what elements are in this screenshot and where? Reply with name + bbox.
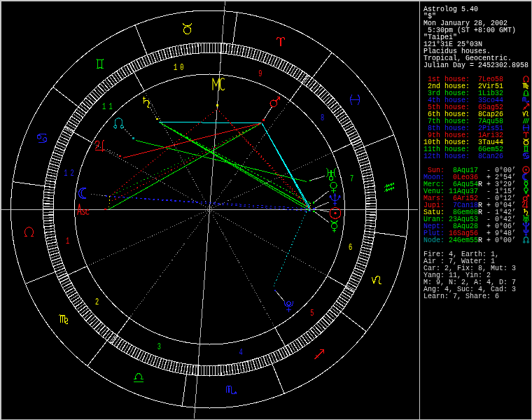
svg-text:4: 4 xyxy=(239,348,242,358)
svg-text:Node:: Node: xyxy=(424,237,444,244)
svg-text:Julian Day = 2452302.8958: Julian Day = 2452302.8958 xyxy=(424,62,528,69)
svg-text:+ 0°00’: + 0°00’ xyxy=(486,237,516,244)
svg-text:2: 2 xyxy=(95,298,99,307)
svg-text:R: R xyxy=(478,181,482,188)
svg-text:8Can26: 8Can26 xyxy=(478,153,503,160)
svg-text:9: 9 xyxy=(258,69,262,79)
svg-text:1: 1 xyxy=(64,169,67,178)
svg-text:12th house:: 12th house: xyxy=(424,153,470,160)
svg-text:24Gem55: 24Gem55 xyxy=(449,237,478,244)
svg-text:R: R xyxy=(478,209,482,216)
svg-text:0: 0 xyxy=(180,63,183,73)
svg-text:1: 1 xyxy=(174,63,177,73)
svg-text:R: R xyxy=(478,237,482,244)
svg-text:3: 3 xyxy=(158,342,161,352)
svg-text:7: 7 xyxy=(350,174,354,184)
svg-text:6: 6 xyxy=(349,243,352,253)
svg-text:8: 8 xyxy=(321,113,324,123)
svg-text:1: 1 xyxy=(108,102,112,112)
svg-text:2: 2 xyxy=(71,169,74,178)
svg-text:5: 5 xyxy=(310,309,314,318)
svg-text:Learn: 7, Share: 6: Learn: 7, Share: 6 xyxy=(424,293,499,300)
svg-text:1: 1 xyxy=(102,102,106,112)
svg-text:1: 1 xyxy=(66,237,69,246)
